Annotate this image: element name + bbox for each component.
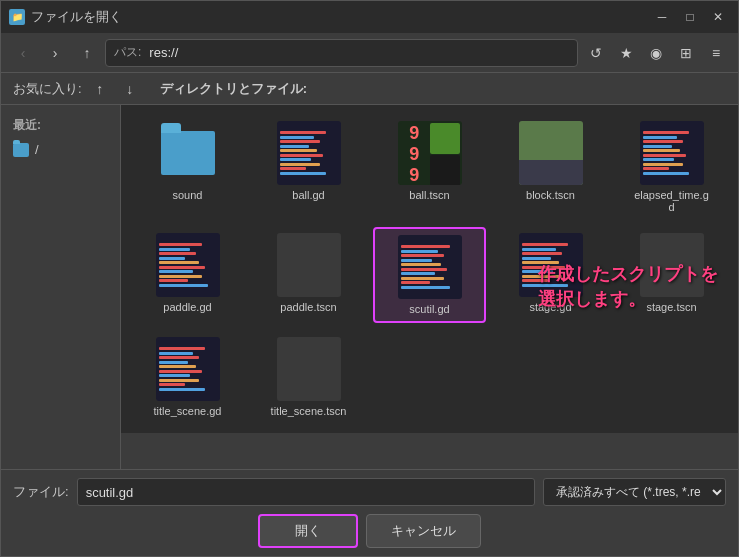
tscn-dark-icon <box>277 337 341 401</box>
titlebar-left: 📁 ファイルを開く <box>9 8 122 26</box>
file-label: title_scene.tscn <box>271 405 347 417</box>
tscn-dark-icon <box>640 233 704 297</box>
file-grid: sound <box>131 115 728 423</box>
open-button[interactable]: 開く <box>258 514 358 548</box>
bottom-bar: ファイル: 承認済みすべて (*.tres, *.re 開く キャンセル <box>1 469 738 556</box>
tscn-block-icon <box>519 121 583 185</box>
favorites-label: お気に入り: <box>13 80 82 98</box>
eye-button[interactable]: ◉ <box>642 39 670 67</box>
file-label: title_scene.gd <box>154 405 222 417</box>
bookmark-button[interactable]: ★ <box>612 39 640 67</box>
folder-thumb <box>156 121 220 185</box>
file-label: stage.gd <box>529 301 571 313</box>
list-item[interactable]: paddle.gd <box>131 227 244 323</box>
path-label: パス: <box>114 44 141 61</box>
toolbar: ‹ › ↑ パス: res:// ↺ ★ ◉ ⊞ ≡ <box>1 33 738 73</box>
path-value: res:// <box>149 45 569 60</box>
tscn-ball-icon: 999 <box>398 121 462 185</box>
filename-label: ファイル: <box>13 483 69 501</box>
favorites-bar: お気に入り: ↑ ↓ ディレクトリとファイル: <box>1 73 738 105</box>
file-label: paddle.gd <box>163 301 211 313</box>
window-title: ファイルを開く <box>31 8 122 26</box>
list-item[interactable]: stage.tscn <box>615 227 728 323</box>
list-item[interactable]: sound <box>131 115 244 219</box>
cancel-button[interactable]: キャンセル <box>366 514 481 548</box>
file-open-dialog: 📁 ファイルを開く ─ □ ✕ ‹ › ↑ パス: res:// ↺ ★ ◉ ⊞… <box>0 0 739 557</box>
gd-icon <box>277 121 341 185</box>
gd-icon <box>519 233 583 297</box>
minimize-button[interactable]: ─ <box>650 5 674 29</box>
file-label: paddle.tscn <box>280 301 336 313</box>
file-area-wrapper: sound <box>121 105 738 469</box>
tscn-dark-icon <box>277 233 341 297</box>
path-bar: パス: res:// <box>105 39 578 67</box>
toolbar-right: ↺ ★ ◉ ⊞ ≡ <box>582 39 730 67</box>
titlebar: 📁 ファイルを開く ─ □ ✕ <box>1 1 738 33</box>
folder-icon <box>13 143 29 157</box>
main-area: 最近: / sound <box>1 105 738 469</box>
app-icon: 📁 <box>9 9 25 25</box>
forward-button[interactable]: › <box>41 39 69 67</box>
list-item[interactable]: 999 ball.tscn <box>373 115 486 219</box>
sidebar: 最近: / <box>1 105 121 469</box>
file-label: sound <box>173 189 203 201</box>
gd-icon <box>640 121 704 185</box>
fav-down-button[interactable]: ↓ <box>118 77 142 101</box>
filter-select[interactable]: 承認済みすべて (*.tres, *.re <box>543 478 726 506</box>
folder-graphic <box>161 131 215 175</box>
close-button[interactable]: ✕ <box>706 5 730 29</box>
gd-icon <box>156 337 220 401</box>
list-item[interactable]: stage.gd <box>494 227 607 323</box>
refresh-button[interactable]: ↺ <box>582 39 610 67</box>
list-item[interactable]: title_scene.gd <box>131 331 244 423</box>
button-row: 開く キャンセル <box>13 514 726 548</box>
back-button[interactable]: ‹ <box>9 39 37 67</box>
grid-view-button[interactable]: ⊞ <box>672 39 700 67</box>
up-button[interactable]: ↑ <box>73 39 101 67</box>
sidebar-item-root[interactable]: / <box>1 138 120 161</box>
list-item[interactable]: title_scene.tscn <box>252 331 365 423</box>
file-label: stage.tscn <box>646 301 696 313</box>
file-label: elapsed_time.gd <box>632 189 712 213</box>
list-item[interactable]: ball.gd <box>252 115 365 219</box>
window-controls: ─ □ ✕ <box>650 5 730 29</box>
dir-label: ディレクトリとファイル: <box>160 80 307 98</box>
file-label: block.tscn <box>526 189 575 201</box>
file-label: scutil.gd <box>409 303 449 315</box>
list-item[interactable]: scutil.gd <box>373 227 486 323</box>
list-item[interactable]: paddle.tscn <box>252 227 365 323</box>
gd-icon <box>156 233 220 297</box>
list-view-button[interactable]: ≡ <box>702 39 730 67</box>
block-dark <box>519 160 583 185</box>
file-area: sound <box>121 105 738 433</box>
file-label: ball.tscn <box>409 189 449 201</box>
file-label: ball.gd <box>292 189 324 201</box>
fav-up-button[interactable]: ↑ <box>88 77 112 101</box>
sidebar-recent-label: 最近: <box>1 113 120 138</box>
gd-selected-icon <box>398 235 462 299</box>
list-item[interactable]: block.tscn <box>494 115 607 219</box>
list-item[interactable]: elapsed_time.gd <box>615 115 728 219</box>
maximize-button[interactable]: □ <box>678 5 702 29</box>
filename-input[interactable] <box>77 478 535 506</box>
filename-row: ファイル: 承認済みすべて (*.tres, *.re <box>13 478 726 506</box>
sidebar-item-label: / <box>35 142 39 157</box>
